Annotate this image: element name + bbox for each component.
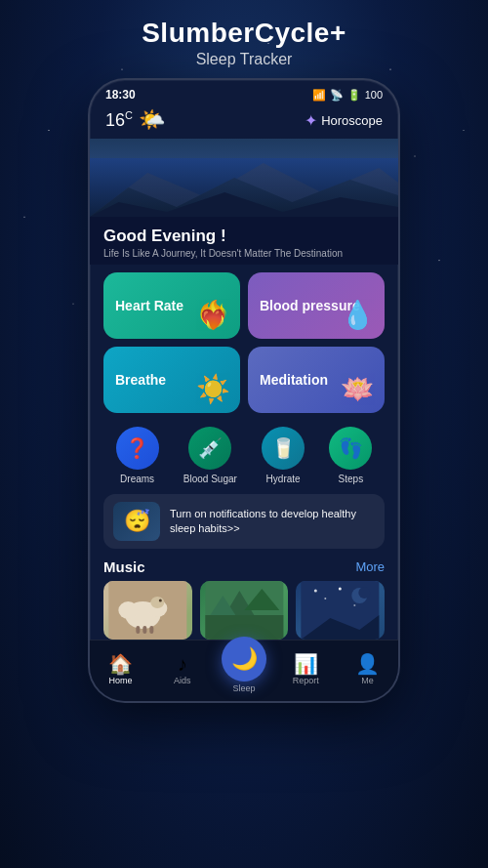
blood-sugar-label: Blood Sugar xyxy=(183,474,237,484)
greeting-section: Good Evening ! Life Is Like A Journey, I… xyxy=(90,217,398,265)
breathe-label: Breathe xyxy=(115,372,166,388)
weather-bar: 16C 🌤️ ✦ Horoscope xyxy=(90,105,398,139)
nature-svg xyxy=(200,581,289,640)
blood-pressure-card[interactable]: Blood pressure 💧 xyxy=(248,272,385,339)
nav-report[interactable]: 📊 Report xyxy=(275,654,337,685)
temp-value: 16C xyxy=(105,109,133,131)
battery-level: 100 xyxy=(365,89,383,101)
steps-item[interactable]: 👣 Steps xyxy=(329,427,372,484)
app-subtitle: Sleep Tracker xyxy=(0,51,488,68)
svg-point-12 xyxy=(159,599,162,602)
dreams-label: Dreams xyxy=(120,474,154,484)
star-icon: ✦ xyxy=(305,111,317,130)
phone-frame: 18:30 📶 📡 🔋 100 16C 🌤️ ✦ Horoscope xyxy=(88,78,400,703)
meditation-card[interactable]: Meditation 🪷 xyxy=(248,347,385,413)
greeting-subtitle: Life Is Like A Journey, It Doesn't Matte… xyxy=(103,248,385,259)
sleep-icon: 🌙 xyxy=(231,646,258,672)
music-thumb-1[interactable] xyxy=(103,581,192,640)
heart-rate-card[interactable]: Heart Rate ❤️‍🔥 xyxy=(103,272,240,339)
dreams-icon-circle: ❓ xyxy=(116,427,159,470)
aids-label: Aids xyxy=(174,676,191,685)
battery-icon: 🔋 xyxy=(347,89,361,102)
hydrate-icon-circle: 🥛 xyxy=(262,427,305,470)
me-label: Me xyxy=(361,676,374,685)
wifi-icon: 📶 xyxy=(312,89,326,102)
notification-text: Turn on notifications to develop healthy… xyxy=(170,507,375,537)
svg-point-21 xyxy=(314,590,317,593)
hydrate-icon: 🥛 xyxy=(271,436,296,460)
music-thumb-3[interactable] xyxy=(296,581,385,640)
svg-point-23 xyxy=(339,588,342,591)
music-title: Music xyxy=(103,558,145,575)
svg-point-22 xyxy=(325,598,327,599)
notification-banner[interactable]: 😴 Turn on notifications to develop healt… xyxy=(103,494,385,549)
meditation-icon: 🪷 xyxy=(341,373,375,405)
steps-icon: 👣 xyxy=(339,436,363,460)
blood-sugar-icon-circle: 💉 xyxy=(188,427,231,470)
status-icons: 📶 📡 🔋 100 xyxy=(312,89,383,102)
svg-point-24 xyxy=(354,604,356,606)
quick-icons-row: ❓ Dreams 💉 Blood Sugar 🥛 Hydrate xyxy=(90,421,398,490)
svg-point-20 xyxy=(359,587,371,599)
app-header: SlumberCycle+ Sleep Tracker xyxy=(0,0,488,68)
notification-image: 😴 xyxy=(113,502,160,541)
features-grid: Heart Rate ❤️‍🔥 Blood pressure 💧 Breathe… xyxy=(90,265,398,421)
notif-emoji: 😴 xyxy=(124,509,150,534)
music-header: Music More xyxy=(103,558,385,575)
nav-aids[interactable]: ♪ Aids xyxy=(151,654,213,685)
svg-rect-8 xyxy=(136,626,140,634)
weather-icon: 🌤️ xyxy=(139,107,165,133)
heart-rate-label: Heart Rate xyxy=(115,298,183,313)
hydrate-label: Hydrate xyxy=(266,474,301,484)
scrollable-content: Good Evening ! Life Is Like A Journey, I… xyxy=(90,217,398,701)
horoscope-label: Horoscope xyxy=(321,113,383,128)
steps-icon-circle: 👣 xyxy=(329,427,372,470)
hero-area xyxy=(90,139,398,217)
breathe-card[interactable]: Breathe ☀️ xyxy=(103,347,240,413)
mountains-svg xyxy=(90,158,398,217)
aids-icon: ♪ xyxy=(178,654,187,674)
blood-sugar-item[interactable]: 💉 Blood Sugar xyxy=(183,427,237,484)
report-label: Report xyxy=(293,676,319,685)
dreams-item[interactable]: ❓ Dreams xyxy=(116,427,159,484)
svg-point-11 xyxy=(150,597,164,608)
nav-me[interactable]: 👤 Me xyxy=(337,654,398,685)
signal-icon: 📡 xyxy=(330,89,344,102)
report-icon: 📊 xyxy=(294,654,318,674)
me-icon: 👤 xyxy=(355,654,380,674)
sleep-label: Sleep xyxy=(232,683,255,693)
status-time: 18:30 xyxy=(105,88,136,102)
nav-sleep[interactable]: 🌙 Sleep xyxy=(213,646,274,693)
music-thumb-2[interactable] xyxy=(200,581,289,640)
app-title: SlumberCycle+ xyxy=(0,18,488,49)
steps-label: Steps xyxy=(339,474,364,484)
horoscope-button[interactable]: ✦ Horoscope xyxy=(305,111,383,130)
temperature-display: 16C 🌤️ xyxy=(105,107,165,133)
music-thumbnails xyxy=(103,581,385,640)
blood-pressure-icon: 💧 xyxy=(341,299,375,331)
sleep-nav-button[interactable]: 🌙 xyxy=(222,637,266,682)
dreams-icon: ❓ xyxy=(125,436,149,460)
home-icon: 🏠 xyxy=(108,654,133,674)
svg-rect-9 xyxy=(142,626,146,634)
svg-rect-10 xyxy=(149,626,153,634)
hydrate-item[interactable]: 🥛 Hydrate xyxy=(262,427,305,484)
greeting-title: Good Evening ! xyxy=(103,227,385,246)
bottom-nav: 🏠 Home ♪ Aids 🌙 Sleep 📊 Report 👤 Me xyxy=(90,640,398,701)
music-more-button[interactable]: More xyxy=(355,559,385,574)
status-bar: 18:30 📶 📡 🔋 100 xyxy=(90,80,398,105)
home-label: Home xyxy=(109,676,133,685)
sheep-svg xyxy=(103,581,192,640)
heart-rate-icon: ❤️‍🔥 xyxy=(196,299,230,331)
music-section: Music More xyxy=(90,553,398,643)
phone-content: 18:30 📶 📡 🔋 100 16C 🌤️ ✦ Horoscope xyxy=(90,80,398,701)
nav-home[interactable]: 🏠 Home xyxy=(90,654,151,685)
night-svg xyxy=(296,581,385,640)
blood-sugar-icon: 💉 xyxy=(198,436,223,460)
meditation-label: Meditation xyxy=(260,372,328,388)
breathe-icon: ☀️ xyxy=(196,373,230,405)
svg-point-6 xyxy=(118,601,138,619)
